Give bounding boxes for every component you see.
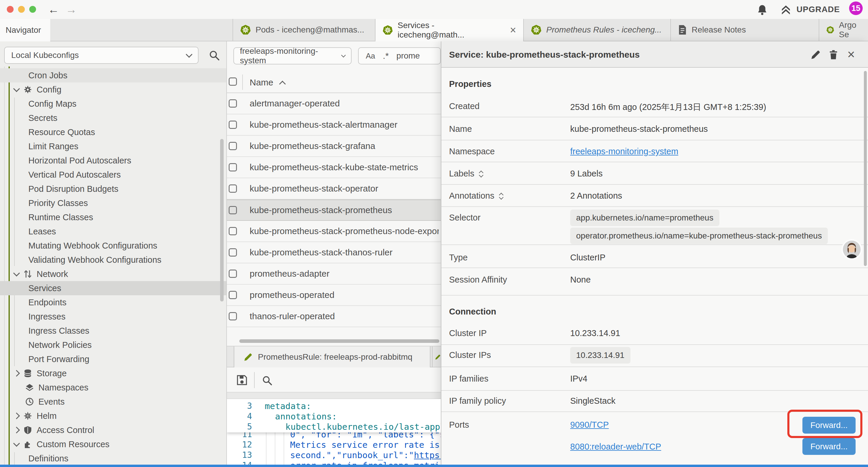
upgrade-icon[interactable]	[780, 4, 791, 15]
table-row[interactable]: kube-prometheus-stack-operator	[227, 178, 441, 200]
annotations-value[interactable]: 2 Annotations	[570, 191, 622, 201]
drawer-scrollbar[interactable]	[864, 71, 867, 266]
sidebar-item-horizontal-pod-autoscalers[interactable]: Horizontal Pod Autoscalers	[0, 153, 227, 168]
sidebar-group-config[interactable]: Config	[0, 83, 227, 97]
table-row[interactable]: kube-prometheus-stack-alertmanager	[227, 114, 441, 136]
sidebar-item-port-forwarding[interactable]: Port Forwarding	[0, 352, 227, 366]
horizontal-scrollbar[interactable]	[239, 339, 439, 343]
row-checkbox[interactable]	[229, 142, 237, 150]
sidebar-item-runtime-classes[interactable]: Runtime Classes	[0, 210, 227, 224]
labels-value[interactable]: 9 Labels	[570, 169, 603, 178]
table-row[interactable]: kube-prometheus-stack-kube-state-metrics	[227, 157, 441, 178]
item-label: Ingress Classes	[28, 326, 89, 336]
namespace-select[interactable]: freeleaps-monitoring-system	[234, 47, 351, 64]
back-arrow-icon[interactable]: ←	[48, 0, 59, 19]
notification-badge[interactable]: 15	[849, 1, 863, 15]
regex-toggle[interactable]: .*	[383, 51, 389, 61]
sidebar-item-services[interactable]: Services	[0, 281, 227, 295]
match-case-toggle[interactable]: Aa	[366, 52, 375, 61]
sidebar-group-custom-resources[interactable]: Custom Resources	[0, 437, 227, 451]
expand-collapse-icon[interactable]	[500, 192, 503, 200]
expand-collapse-icon[interactable]	[479, 170, 483, 178]
code-link[interactable]: https://net	[414, 450, 441, 460]
table-row[interactable]: kube-prometheus-stack-prometheus-node-ex…	[227, 221, 441, 242]
edit-pencil-icon[interactable]	[811, 50, 821, 60]
sidebar-scrollbar[interactable]	[220, 139, 224, 301]
row-checkbox[interactable]	[229, 99, 237, 108]
sidebar-group-storage[interactable]: Storage	[0, 366, 227, 380]
table-row[interactable]: alertmanager-operated	[227, 93, 441, 114]
row-checkbox[interactable]	[229, 291, 237, 299]
chevron-right-icon	[13, 427, 20, 434]
sidebar-item-ingresses[interactable]: Ingresses	[0, 310, 227, 324]
sidebar-item-events[interactable]: Events	[0, 395, 227, 409]
row-checkbox[interactable]	[229, 227, 237, 235]
table-row[interactable]: prometheus-adapter	[227, 263, 441, 285]
yaml-editor[interactable]: 110", "for": "1m", "labels": {"service":…	[227, 399, 441, 465]
sort-ascending-icon[interactable]	[279, 81, 286, 87]
row-checkbox[interactable]	[229, 312, 237, 320]
sidebar-item-limit-ranges[interactable]: Limit Ranges	[0, 139, 227, 153]
row-checkbox[interactable]	[229, 248, 237, 257]
navigator-panel-tab[interactable]: Navigator	[0, 19, 50, 41]
close-tab-icon[interactable]: ×	[510, 25, 516, 35]
sidebar-group-network[interactable]: Network	[0, 267, 227, 281]
sidebar-item-priority-classes[interactable]: Priority Classes	[0, 196, 227, 210]
sidebar-item-network-policies[interactable]: Network Policies	[0, 338, 227, 352]
minimize-window-button[interactable]	[18, 6, 25, 13]
row-checkbox[interactable]	[229, 206, 237, 214]
row-checkbox[interactable]	[229, 163, 237, 171]
sidebar-item-config-maps[interactable]: Config Maps	[0, 97, 227, 111]
sidebar-item-leases[interactable]: Leases	[0, 224, 227, 238]
port-link-8080[interactable]: 8080:reloader-web/TCP	[570, 442, 661, 451]
tab-argo[interactable]: Argo Se	[819, 19, 868, 41]
tab-prometheus-rules[interactable]: Prometheus Rules - icecheng...	[524, 19, 671, 41]
select-all-checkbox[interactable]	[229, 78, 237, 86]
editor-tab-partial[interactable]	[432, 346, 441, 368]
close-drawer-icon[interactable]: ×	[847, 46, 855, 63]
document-icon	[678, 25, 687, 35]
maximize-window-button[interactable]	[29, 6, 36, 13]
table-row-selected[interactable]: kube-prometheus-stack-prometheus	[227, 200, 441, 221]
forward-button-8080[interactable]: Forward...	[802, 438, 856, 455]
avatar[interactable]	[841, 239, 862, 260]
sidebar-group-access-control[interactable]: Access Control	[0, 423, 227, 437]
name-column-header[interactable]: Name	[250, 78, 273, 87]
sidebar-item-cron-jobs[interactable]: Cron Jobs	[0, 68, 227, 83]
table-row[interactable]: kube-prometheus-stack-thanos-ruler	[227, 242, 441, 263]
sidebar-item-mutating-webhook-configurations[interactable]: Mutating Webhook Configurations	[0, 238, 227, 253]
kubeconfig-select[interactable]: Local Kubeconfigs	[4, 47, 198, 64]
row-checkbox[interactable]	[229, 269, 237, 278]
sidebar-item-namespaces[interactable]: Namespaces	[0, 380, 227, 395]
sidebar-item-ingress-classes[interactable]: Ingress Classes	[0, 324, 227, 338]
table-row[interactable]: thanos-ruler-operated	[227, 306, 441, 327]
upgrade-button[interactable]: UPGRADE	[797, 0, 840, 19]
close-window-button[interactable]	[7, 6, 13, 13]
tab-release-notes[interactable]: Release Notes	[671, 19, 819, 41]
bell-icon[interactable]	[757, 4, 768, 16]
port-link-9090[interactable]: 9090/TCP	[570, 420, 609, 430]
namespace-link[interactable]: freeleaps-monitoring-system	[570, 147, 678, 156]
row-checkbox[interactable]	[229, 121, 237, 129]
trash-icon[interactable]	[829, 50, 838, 60]
sidebar-item-definitions[interactable]: Definitions	[0, 451, 227, 465]
save-icon[interactable]	[236, 375, 248, 386]
forward-arrow-icon[interactable]: →	[66, 0, 77, 19]
sidebar-item-secrets[interactable]: Secrets	[0, 111, 227, 125]
tab-pods[interactable]: Pods - icecheng@mathmas...	[232, 19, 375, 41]
tab-services[interactable]: Services - icecheng@math... ×	[375, 19, 524, 41]
table-row[interactable]: prometheus-operated	[227, 285, 441, 306]
editor-search-icon[interactable]	[262, 375, 272, 386]
row-checkbox[interactable]	[229, 184, 237, 193]
sidebar-item-validating-webhook-configurations[interactable]: Validating Webhook Configurations	[0, 253, 227, 267]
sidebar-item-vertical-pod-autoscalers[interactable]: Vertical Pod Autoscalers	[0, 168, 227, 182]
search-input[interactable]: Aa .* prome	[358, 47, 441, 64]
sidebar-item-endpoints[interactable]: Endpoints	[0, 295, 227, 310]
cluster-ips-label: Cluster IPs	[449, 350, 491, 360]
table-row[interactable]: kube-prometheus-stack-grafana	[227, 136, 441, 157]
sidebar-group-helm[interactable]: Helm	[0, 409, 227, 423]
editor-tab-prometheusrule[interactable]: PrometheusRule: freeleaps-prod-rabbitmq	[234, 346, 430, 368]
sidebar-item-resource-quotas[interactable]: Resource Quotas	[0, 125, 227, 139]
sidebar-item-pod-disruption-budgets[interactable]: Pod Disruption Budgets	[0, 182, 227, 196]
search-icon[interactable]	[209, 50, 220, 61]
